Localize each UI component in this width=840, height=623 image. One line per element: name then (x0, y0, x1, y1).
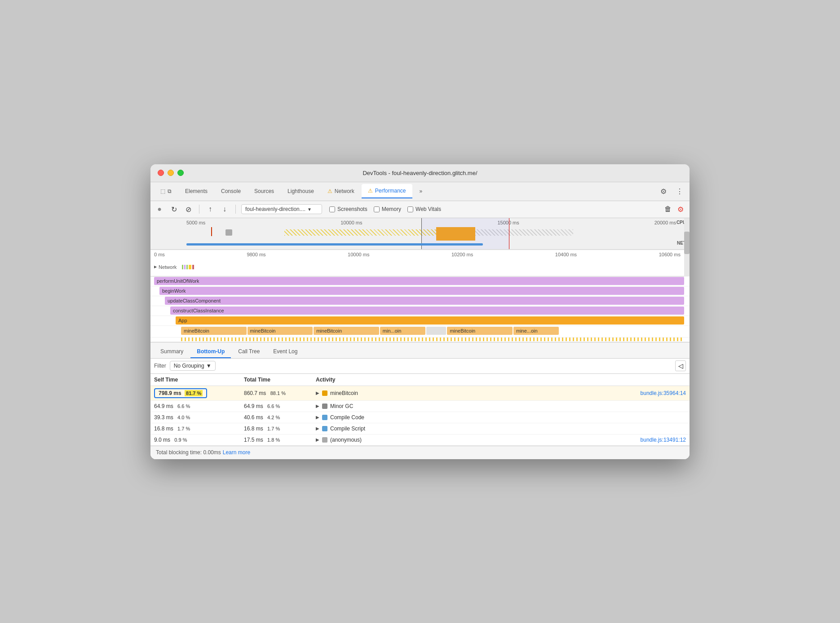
net-bar-5 (192, 265, 194, 269)
memory-checkbox[interactable]: Memory (374, 206, 401, 212)
tab-more[interactable]: » (413, 184, 429, 198)
activity-content-0: ▶ mineBitcoin bundle.js:35964:14 (316, 390, 686, 396)
maximize-button[interactable] (177, 170, 184, 176)
activity-cell-1: ▶ Minor GC (312, 400, 690, 412)
tab-performance[interactable]: ⚠ Performance (362, 184, 412, 198)
panel-collapse-button[interactable]: ◁ (675, 360, 686, 371)
expand-icon-3[interactable]: ▶ (316, 426, 319, 431)
more-options-button[interactable]: ⋮ (673, 185, 686, 197)
flame-bar-app[interactable]: App (176, 316, 684, 325)
table-row[interactable]: 64.9 ms 6.6 % 64.9 ms 6.6 % ▶ (150, 400, 690, 412)
screenshots-checkbox[interactable]: Screenshots (329, 206, 367, 212)
network-section[interactable]: ▶ Network (150, 263, 198, 272)
tab-summary[interactable]: Summary (154, 346, 190, 358)
activity-name-2: Compile Code (330, 414, 364, 421)
tab-event-log[interactable]: Event Log (267, 346, 304, 358)
total-time-cell-0: 860.7 ms 88.1 % (240, 386, 312, 400)
mine-bar-3[interactable]: mineBitcoin (314, 327, 379, 335)
close-button[interactable] (158, 170, 164, 176)
tab-network[interactable]: ⚠ Network (321, 184, 361, 198)
tab-cursor-icon2: ⧉ (168, 188, 172, 194)
toolbar: ● ↻ ⊘ ↑ ↓ foul-heavenly-direction.... ▼ … (150, 201, 690, 218)
download-button[interactable]: ↓ (219, 204, 230, 215)
network-warning-icon: ⚠ (327, 188, 332, 194)
network-expand-icon[interactable]: ▶ (154, 265, 157, 269)
clear-button[interactable]: ⊘ (183, 204, 194, 215)
col-self-time[interactable]: Self Time (150, 374, 240, 386)
self-time-cell-3: 16.8 ms 1.7 % (150, 423, 240, 434)
expand-icon-4[interactable]: ▶ (316, 437, 319, 442)
tab-console[interactable]: Console (215, 184, 247, 198)
link-0[interactable]: bundle.js:35964:14 (641, 390, 686, 396)
total-time-cell-3: 16.8 ms 1.7 % (240, 423, 312, 434)
self-pct-3: 1.7 % (177, 426, 190, 431)
tab-sources[interactable]: Sources (248, 184, 280, 198)
settings-button[interactable]: ⚙ (657, 185, 670, 197)
col-activity[interactable]: Activity (312, 374, 690, 386)
tab-cursor[interactable]: ⬚ ⧉ (154, 184, 178, 198)
timeline-area[interactable]: 5000 ms 10000 ms 15000 ms 20000 ms (150, 218, 690, 276)
devtools-body: ⬚ ⧉ Elements Console Sources Lighthouse … (150, 182, 690, 459)
minimize-button[interactable] (168, 170, 174, 176)
flame-bar-update[interactable]: updateClassComponent (165, 297, 684, 305)
flame-row-1: beginWork (150, 286, 690, 296)
mine-bar-5[interactable]: mineBitcoin (447, 327, 513, 335)
bottom-tabs: Summary Bottom-Up Call Tree Event Log (150, 342, 690, 359)
tick-bar (181, 338, 684, 341)
flame-bar-perform[interactable]: performUnitOfWork (154, 277, 684, 285)
total-pct-2: 4.2 % (267, 415, 280, 420)
activity-color-4 (322, 437, 327, 443)
expand-icon-0[interactable]: ▶ (316, 390, 319, 395)
reload-button[interactable]: ↻ (168, 204, 179, 215)
web-vitals-checkbox[interactable]: Web Vitals (407, 206, 441, 212)
mine-bar-2[interactable]: mineBitcoin (248, 327, 313, 335)
mine-bars-row: mineBitcoin mineBitcoin mineBitcoin min.… (181, 327, 684, 336)
trash-button[interactable]: 🗑 (663, 204, 673, 215)
record-button[interactable]: ● (154, 204, 165, 215)
grouping-dropdown[interactable]: No Grouping ▼ (170, 361, 216, 371)
col-total-time[interactable]: Total Time (240, 374, 312, 386)
timeline-scrollbar-thumb[interactable] (684, 232, 690, 254)
self-time-cell-0: 798.9 ms 81.7 % (150, 386, 240, 400)
red-marker-1 (211, 227, 212, 236)
tab-elements[interactable]: Elements (179, 184, 214, 198)
mine-bar-1[interactable]: mineBitcoin (181, 327, 247, 335)
flame-bar-begin[interactable]: beginWork (159, 287, 684, 295)
network-bars (182, 265, 194, 269)
mine-bar-6[interactable]: mine...oin (513, 327, 559, 335)
url-dropdown-icon: ▼ (307, 207, 312, 212)
activity-name-3: Compile Script (330, 426, 365, 432)
flame-bar-construct[interactable]: constructClassInstance (170, 307, 684, 315)
net-bar (186, 243, 483, 246)
checkbox-group: Screenshots Memory Web Vitals (329, 206, 441, 212)
link-4[interactable]: bundle.js:13491:12 (641, 437, 686, 443)
expand-icon-1[interactable]: ▶ (316, 404, 319, 408)
data-table-scroll[interactable]: Self Time Total Time Activity 798.9 ms (150, 374, 690, 446)
total-pct-4: 1.8 % (267, 437, 280, 443)
activity-content-3: ▶ Compile Script (316, 426, 686, 432)
expand-icon-2[interactable]: ▶ (316, 415, 319, 420)
tab-bottom-up[interactable]: Bottom-Up (190, 346, 231, 358)
table-row[interactable]: 9.0 ms 0.9 % 17.5 ms 1.8 % ▶ (150, 434, 690, 445)
status-bar: Total blocking time: 0.00ms Learn more (150, 446, 690, 459)
gear-button[interactable]: ⚙ (675, 204, 686, 215)
activity-name-0: mineBitcoin (330, 390, 358, 396)
table-row[interactable]: 39.3 ms 4.0 % 40.6 ms 4.2 % ▶ (150, 412, 690, 423)
timeline-overview[interactable]: 5000 ms 10000 ms 15000 ms 20000 ms (150, 218, 690, 250)
toolbar-right: 🗑 ⚙ (663, 204, 686, 215)
total-time-cell-2: 40.6 ms 4.2 % (240, 412, 312, 423)
zoomed-timeline[interactable]: 0 ms 9800 ms 10000 ms 10200 ms 10400 ms … (150, 250, 690, 276)
table-row[interactable]: 798.9 ms 81.7 % 860.7 ms 88.1 % (150, 386, 690, 400)
flame-chart[interactable]: performUnitOfWork beginWork updateClassC… (150, 276, 690, 342)
learn-more-link[interactable]: Learn more (223, 449, 250, 456)
table-row[interactable]: 16.8 ms 1.7 % 16.8 ms 1.7 % ▶ (150, 423, 690, 434)
tab-call-tree[interactable]: Call Tree (232, 346, 266, 358)
timeline-scrollbar[interactable] (684, 218, 690, 276)
tab-lighthouse[interactable]: Lighthouse (281, 184, 320, 198)
mine-bar-gap (426, 327, 447, 335)
upload-button[interactable]: ↑ (205, 204, 216, 215)
mine-bar-4[interactable]: min...oin (380, 327, 425, 335)
devtools-window: DevTools - foul-heavenly-direction.glitc… (150, 164, 690, 459)
activity-color-3 (322, 426, 327, 431)
total-pct-1: 6.6 % (267, 404, 280, 409)
